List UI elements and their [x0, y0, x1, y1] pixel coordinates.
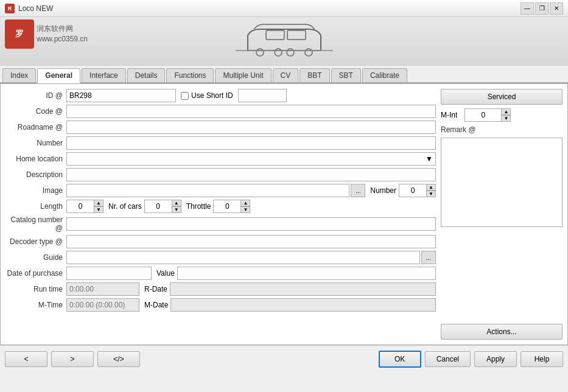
tab-multiple-unit[interactable]: Multiple Unit	[215, 68, 271, 82]
image-browse-button[interactable]: ...	[351, 184, 365, 197]
actions-button[interactable]: Actions...	[441, 324, 563, 340]
decoder-type-row: Decoder type @	[5, 235, 436, 248]
tab-index[interactable]: Index	[2, 68, 36, 82]
title-bar-controls: — ❐ ✕	[521, 2, 563, 15]
length-label: Length	[5, 202, 66, 211]
home-location-row: Home location ▼	[5, 152, 436, 166]
tab-details[interactable]: Details	[127, 68, 166, 82]
decoder-type-input[interactable]	[66, 235, 436, 248]
tab-general[interactable]: General	[37, 68, 80, 83]
roadname-input[interactable]	[66, 121, 436, 134]
m-int-label: M-Int	[441, 111, 457, 119]
m-int-spinner-down[interactable]: ▼	[501, 115, 511, 122]
code-button[interactable]: </>	[97, 351, 140, 367]
m-date-input	[170, 298, 436, 312]
svg-point-2	[256, 49, 264, 56]
tab-cv[interactable]: CV	[273, 68, 299, 82]
tab-sbt[interactable]: SBT	[331, 68, 361, 82]
length-input[interactable]	[66, 200, 94, 213]
throttle-spinner-down[interactable]: ▼	[240, 206, 250, 213]
prev-button[interactable]: <	[5, 351, 47, 367]
footer: < > </> OK Cancel Apply Help	[0, 345, 568, 373]
r-date-input	[170, 282, 436, 296]
restore-button[interactable]: ❐	[535, 2, 549, 15]
id-input[interactable]	[66, 89, 176, 102]
guide-input[interactable]	[66, 251, 420, 264]
form-area: ID @ Use Short ID Code @ Roadname @ Numb…	[0, 83, 568, 345]
minimize-button[interactable]: —	[521, 2, 534, 15]
m-time-label: M-Time	[5, 301, 66, 309]
number-input[interactable]	[66, 136, 436, 150]
m-time-row: M-Time M-Date	[5, 298, 436, 312]
svg-rect-0	[266, 30, 284, 40]
title-bar: R Loco NEW — ❐ ✕	[0, 0, 568, 17]
number2-spinner-buttons: ▲ ▼	[426, 184, 436, 197]
run-time-row: Run time R-Date	[5, 282, 436, 296]
run-time-label: Run time	[5, 285, 66, 293]
length-spinner-down[interactable]: ▼	[94, 206, 103, 213]
nr-of-cars-label: Nr. of cars	[108, 202, 142, 211]
code-input[interactable]	[66, 105, 436, 118]
number2-spinner-down[interactable]: ▼	[426, 191, 436, 197]
use-short-id-label: Use Short ID	[191, 91, 233, 100]
m-time-input	[66, 298, 139, 312]
nr-of-cars-spinner-down[interactable]: ▼	[172, 206, 181, 213]
tab-calibrate[interactable]: Calibrate	[362, 68, 407, 82]
remark-container	[441, 138, 563, 227]
number2-label: Number	[370, 186, 396, 195]
nr-of-cars-spinner: ▲ ▼	[144, 200, 181, 213]
description-input[interactable]	[66, 168, 436, 181]
roadname-label: Roadname @	[5, 123, 66, 131]
close-button[interactable]: ✕	[550, 2, 563, 15]
date-value-row: Date of purchase Value	[5, 267, 436, 280]
description-label: Description	[5, 170, 66, 179]
number2-input[interactable]	[399, 184, 426, 197]
m-int-spinner-up[interactable]: ▲	[501, 108, 511, 115]
next-button[interactable]: >	[51, 351, 94, 367]
date-of-purchase-input[interactable]	[66, 267, 152, 280]
nr-of-cars-input[interactable]	[144, 200, 172, 213]
m-int-row: M-Int ▲ ▼	[441, 108, 563, 122]
serviced-button[interactable]: Serviced	[441, 89, 563, 105]
tab-interface[interactable]: Interface	[82, 68, 126, 82]
length-spinner: ▲ ▼	[66, 200, 103, 213]
id-row: ID @ Use Short ID	[5, 89, 436, 102]
number2-spinner-up[interactable]: ▲	[426, 184, 436, 191]
remark-textarea[interactable]	[441, 138, 563, 227]
help-button[interactable]: Help	[521, 351, 563, 367]
roadname-row: Roadname @	[5, 121, 436, 134]
form-right: Serviced M-Int ▲ ▼ Remark @ Actions...	[441, 89, 563, 340]
logo-text: 润东软件网 www.pc0359.cn	[37, 24, 88, 44]
ok-button[interactable]: OK	[379, 351, 421, 368]
use-short-id-checkbox[interactable]	[181, 92, 189, 100]
guide-browse-button[interactable]: ...	[421, 251, 436, 264]
cancel-button[interactable]: Cancel	[425, 351, 471, 367]
loco-silhouette	[217, 23, 351, 60]
image-input[interactable]	[66, 184, 349, 197]
use-short-id-checkbox-label[interactable]: Use Short ID	[181, 91, 233, 100]
length-spinner-up[interactable]: ▲	[94, 200, 103, 206]
value-input[interactable]	[177, 267, 436, 280]
throttle-label: Throttle	[186, 202, 211, 211]
throttle-spinner-up[interactable]: ▲	[240, 200, 250, 206]
catalog-number-input[interactable]	[66, 217, 436, 231]
logo-area: 罗 润东软件网 www.pc0359.cn	[5, 19, 88, 49]
home-location-select-container[interactable]: ▼	[66, 152, 436, 166]
logo-bar: 罗 润东软件网 www.pc0359.cn	[0, 17, 568, 66]
r-date-label: R-Date	[144, 285, 167, 293]
guide-row: Guide ...	[5, 251, 436, 264]
short-id-input[interactable]	[238, 89, 287, 102]
app-logo: 罗	[5, 19, 34, 49]
length-row: Length ▲ ▼ Nr. of cars ▲ ▼ Throttle	[5, 200, 436, 213]
nr-of-cars-spinner-up[interactable]: ▲	[172, 200, 181, 206]
code-row: Code @	[5, 105, 436, 118]
throttle-input[interactable]	[213, 200, 240, 213]
apply-button[interactable]: Apply	[474, 351, 517, 367]
m-date-label: M-Date	[144, 301, 168, 309]
description-row: Description	[5, 168, 436, 181]
m-int-input[interactable]	[465, 108, 501, 122]
tab-bar: Index General Interface Details Function…	[0, 66, 568, 83]
tab-bbt[interactable]: BBT	[300, 68, 329, 82]
app-icon: R	[5, 4, 15, 13]
tab-functions[interactable]: Functions	[166, 68, 214, 82]
